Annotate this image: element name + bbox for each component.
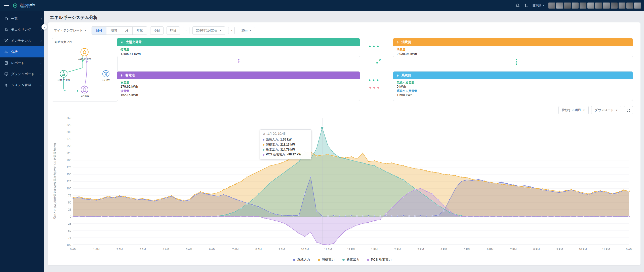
language-selector[interactable]: 日本語 ▼ xyxy=(532,4,545,8)
camera-thumbnail[interactable] xyxy=(556,3,563,9)
interval-label: 15m xyxy=(241,29,247,32)
from-grid-value: 1,560 kWh xyxy=(397,93,629,97)
sidebar-collapse-button[interactable]: › xyxy=(42,24,47,30)
svg-text:0: 0 xyxy=(70,215,71,218)
flow-arrows-solar-to-consumption: ►►► xyxy=(368,45,380,48)
charge-value: 179.62 kWh xyxy=(120,85,356,88)
chart-canvas[interactable]: -100-75-50-25025507510012515017520022525… xyxy=(52,115,633,256)
svg-text:19 kW: 19 kW xyxy=(102,78,110,81)
interval-select[interactable]: 15m ▼ xyxy=(238,27,255,34)
chevron-down-icon: ▼ xyxy=(543,4,545,7)
consumption-label: 消費量 xyxy=(397,48,629,51)
sidebar-item-system-admin[interactable]: システム管理 ‹ xyxy=(0,80,44,91)
legend-item-pcs-discharge[interactable]: PCS 放電電力 xyxy=(367,257,392,262)
sidebar-item-maintenance[interactable]: メンテナンス ‹ xyxy=(0,35,44,46)
power-flow-diagram: 199.34 kW 180.74 kW 19 kW -0.4 kW xyxy=(55,44,114,97)
svg-text:6 PM: 6 PM xyxy=(487,248,494,251)
svg-text:-75: -75 xyxy=(67,236,71,239)
page-title: エネルギーシステム分析 xyxy=(50,15,644,20)
chart-tooltip: 火, 1月 20, 10:45 系統入力1.55 kW 消費電力218.13 k… xyxy=(260,129,311,159)
yesterday-button[interactable]: 昨日 xyxy=(167,26,180,35)
swap-columns-icon[interactable] xyxy=(524,3,529,8)
camera-thumbnail[interactable] xyxy=(634,3,641,9)
card-title: 蓄電池 xyxy=(125,73,135,78)
camera-thumbnail[interactable] xyxy=(580,3,586,9)
svg-text:2 PM: 2 PM xyxy=(394,248,401,251)
document-icon xyxy=(4,61,9,65)
svg-text:-100: -100 xyxy=(66,243,71,246)
flow-arrows-grid-to-consumption: ▲▲▲ xyxy=(515,58,518,65)
home-icon xyxy=(4,16,9,21)
sidebar-item-label: 一覧 xyxy=(11,16,38,21)
svg-text:9 AM: 9 AM xyxy=(278,248,285,251)
sidebar-item-label: モニタリング xyxy=(11,27,38,32)
svg-text:50: 50 xyxy=(68,201,71,204)
tooltip-row: 系統入力1.55 kW xyxy=(263,137,309,142)
today-button[interactable]: 今日 xyxy=(150,26,164,35)
tab-month[interactable]: 月 xyxy=(121,27,133,35)
charge-label: 充電量 xyxy=(120,81,356,85)
sidebar-item-list[interactable]: 一覧 ‹ xyxy=(0,13,44,24)
tooltip-title: 火, 1月 20, 10:45 xyxy=(263,132,309,136)
consumption-card: 消費側 消費量 2,938.94 kWh xyxy=(393,38,633,57)
camera-thumbnail[interactable] xyxy=(626,3,633,9)
flow-arrows-battery-to-grid: ►►► xyxy=(368,79,380,81)
chevron-left-icon: ‹ xyxy=(41,17,42,21)
svg-text:7 AM: 7 AM xyxy=(232,248,238,251)
svg-text:350: 350 xyxy=(67,116,71,119)
template-select[interactable]: マイ・テンプレート ▼ xyxy=(52,27,89,34)
camera-thumbnail[interactable] xyxy=(564,3,571,9)
sidebar-item-report[interactable]: レポート ‹ xyxy=(0,57,44,69)
sidebar-item-label: メンテナンス xyxy=(11,39,38,43)
svg-text:8 AM: 8 AM xyxy=(255,248,262,251)
prev-date-button[interactable]: ‹ xyxy=(183,27,189,34)
menu-icon[interactable] xyxy=(4,4,9,7)
monitor-icon xyxy=(4,72,9,76)
tab-year[interactable]: 年度 xyxy=(133,27,147,35)
chevron-down-icon: ▼ xyxy=(616,109,618,112)
energy-chart[interactable]: -100-75-50-25025507510012515017520022525… xyxy=(52,115,633,257)
brand-logo: thingnario PHOTON xyxy=(13,3,35,8)
svg-text:200: 200 xyxy=(67,159,71,162)
chart-legend: 系統入力 消費電力 発電出力 PCS 放電電力 xyxy=(52,257,633,262)
tab-date[interactable]: 日付 xyxy=(92,27,106,35)
chevron-left-icon: ‹ xyxy=(41,61,42,65)
chevron-down-icon: ▼ xyxy=(85,29,87,32)
card-title: 系統側 xyxy=(401,73,411,78)
sidebar-item-analysis[interactable]: 分析 ‹ xyxy=(0,46,44,57)
compare-items-select[interactable]: 比較する項目 ▼ xyxy=(558,106,589,114)
download-select[interactable]: ダウンロード ▼ xyxy=(591,106,621,114)
sidebar-item-monitoring[interactable]: モニタリング ‹ xyxy=(0,24,44,35)
camera-thumbnail[interactable] xyxy=(611,3,618,9)
camera-thumbnail[interactable] xyxy=(619,3,625,9)
compare-label: 比較する項目 xyxy=(562,108,581,112)
gear-icon xyxy=(4,83,9,87)
legend-item-grid-input[interactable]: 系統入力 xyxy=(293,257,310,262)
notification-bell-icon[interactable] xyxy=(515,3,520,8)
chevron-left-icon: ‹ xyxy=(41,39,42,43)
svg-text:10 AM: 10 AM xyxy=(301,248,309,251)
camera-thumbnail[interactable] xyxy=(603,3,610,9)
consumption-value: 2,938.94 kWh xyxy=(397,52,629,56)
legend-item-consumption[interactable]: 消費電力 xyxy=(318,257,335,262)
svg-text:10 PM: 10 PM xyxy=(579,248,587,251)
bolt-icon xyxy=(396,40,399,44)
svg-text:1 AM: 1 AM xyxy=(93,248,100,251)
fullscreen-button[interactable] xyxy=(624,106,633,114)
svg-text:6 AM: 6 AM xyxy=(209,248,215,251)
date-label: 2026年1月20日 xyxy=(196,28,218,33)
svg-text:300: 300 xyxy=(67,130,71,133)
camera-thumbnail[interactable] xyxy=(548,3,555,9)
svg-text:0 AM: 0 AM xyxy=(626,248,632,251)
tab-period[interactable]: 期間 xyxy=(106,27,121,35)
sidebar-item-dashboard[interactable]: ダッシュボード ‹ xyxy=(0,69,44,80)
legend-item-generation[interactable]: 発電出力 xyxy=(342,257,359,262)
grid-side-card: 系統側 系統へ放電量 0 kWh 系統から買電量 1,560 kWh xyxy=(393,71,633,101)
camera-thumbnail[interactable] xyxy=(587,3,594,9)
card-title: 消費側 xyxy=(401,40,411,44)
svg-text:125: 125 xyxy=(67,180,71,183)
camera-thumbnail[interactable] xyxy=(572,3,579,9)
next-date-button[interactable]: › xyxy=(228,27,235,34)
camera-thumbnail[interactable] xyxy=(595,3,602,9)
date-picker[interactable]: 2026年1月20日 ▼ xyxy=(192,26,225,35)
